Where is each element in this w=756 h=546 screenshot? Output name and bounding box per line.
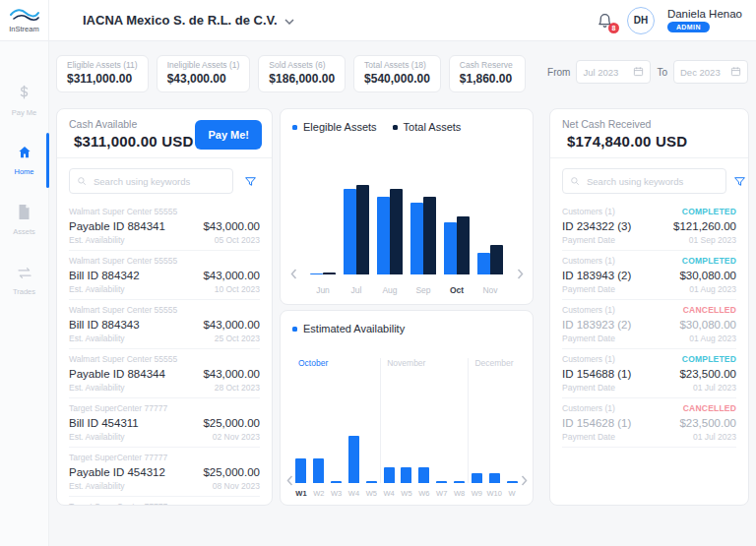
payable-id: Bill ID 884343 [69,318,140,332]
week-bar [384,467,395,483]
payables-filter-button[interactable] [240,170,260,192]
payable-row[interactable]: Target SuperCenter 77777Payable ID 45431… [69,448,260,497]
sidebar-item-trades[interactable]: Trades [0,257,48,304]
bar-total-assets [423,197,436,274]
calendar-icon [633,63,644,81]
bar-elegible-assets [444,222,457,274]
receipt-row-meta: Payment Date01 Sep 2023 [562,235,736,246]
user-block[interactable]: Daniela Henao ADMIN [667,8,742,32]
chart-prev-button[interactable] [283,473,296,487]
dollar-icon [17,84,32,104]
avatar[interactable]: DH [627,7,655,34]
pay-me-button[interactable]: Pay Me! [195,120,262,150]
sidebar-item-assets[interactable]: Assets [0,197,48,244]
bar-group-jun [306,184,340,274]
receipts-filter-button[interactable] [733,170,746,192]
x-tick-label: W2 [310,489,328,498]
week-bar [507,481,518,483]
receipt-row[interactable]: Customers (1)COMPLETEDID 183943 (2)$30,0… [562,251,736,300]
assets-chart-x-axis: JunJulAugSepOctNov [306,285,507,295]
x-tick-label: W5 [398,489,415,498]
receipt-row[interactable]: Customers (1)COMPLETEDID 154688 (1)$23,5… [562,349,736,398]
payable-row[interactable]: Walmart Super Center 55555Bill ID 884342… [69,251,260,300]
legend-dot [393,125,398,130]
week-bar [401,467,411,483]
payable-row[interactable]: Target SuperCenter 77777Bill ID 454311$2… [69,398,260,448]
receipt-row[interactable]: Customers (1)COMPLETEDID 234322 (3)$121,… [562,202,736,251]
vendor-name: Walmart Super Center 55555 [69,354,177,365]
sidebar-item-pay-me[interactable]: Pay Me [0,77,48,124]
from-label: From [547,67,570,78]
week-bar-slot [468,389,485,483]
bar-total-assets [323,273,336,274]
x-tick-label: W3 [328,489,346,498]
payable-row[interactable]: Walmart Super Center 55555Payable ID 884… [69,349,260,398]
status-badge: COMPLETED [682,354,736,365]
receipt-id: ID 154628 (1) [562,416,631,430]
payable-id: Payable ID 884344 [69,367,165,381]
bar-group [477,245,503,274]
chart-next-button[interactable] [513,267,527,280]
bar-group-aug [373,184,407,274]
week-bar [418,467,429,483]
chart-next-button[interactable] [517,473,531,487]
payable-row[interactable]: Walmart Super Center 55555Bill ID 884343… [69,300,260,349]
chart-prev-button[interactable] [286,267,300,280]
legend-label: Elegible Assets [303,121,377,133]
week-bar-slot [415,389,433,483]
header-right: 8 DH Daniela Henao ADMIN [597,7,756,34]
x-tick-label: Nov [473,285,507,295]
to-date-picker[interactable]: Dec 2023 [673,60,748,84]
payable-row-top: Walmart Super Center 55555 [69,256,260,267]
stat-label: Sold Assets (6) [269,60,335,70]
home-icon [17,145,32,163]
availability-date: 08 Nov 2023 [213,481,260,492]
payable-row-main: Payable ID 454312$25,000.00 [69,465,260,479]
app-logo[interactable]: InStream [0,0,49,41]
month-label: November [387,358,468,368]
receipt-row-top: Customers (1)CANCELLED [562,403,736,414]
payable-amount: $43,000.00 [203,367,260,381]
week-bar [436,481,447,483]
user-name: Daniela Henao [667,8,742,20]
vendor-name: Target SuperCenter 77777 [69,453,167,463]
vendor-name: Walmart Super Center 55555 [69,256,177,267]
sidebar-item-home[interactable]: Home [0,137,48,184]
receipt-row[interactable]: Customers (1)CANCELLEDID 154628 (1)$23,5… [562,398,736,448]
payable-row-main: Bill ID 454311$25,000.00 [69,416,260,430]
week-bar [366,481,377,483]
payable-row-top: Target SuperCenter 77777 [69,453,260,463]
payable-amount: $43,000.00 [203,318,260,332]
x-tick-label: W [503,489,521,498]
notifications-button[interactable]: 8 [597,12,614,30]
receipts-search-input[interactable] [585,175,719,188]
receipt-row-top: Customers (1)COMPLETED [562,256,736,267]
receipt-row-main: ID 154688 (1)$23,500.00 [562,367,736,381]
meta-label: Payment Date [562,383,615,394]
payable-id: Payable ID 454312 [69,465,165,479]
stat-value: $43,000.00 [167,72,240,86]
stat-value: $1,860.00 [460,72,515,86]
payable-id: Bill ID 454311 [69,416,139,430]
week-bar-slot [292,389,310,483]
company-selector[interactable]: IACNA Mexico S. de R.L. de C.V. [83,13,294,28]
vendor-name: Target SuperCenter 77777 [69,403,167,414]
week-bar [331,481,342,483]
notification-count-badge: 8 [608,23,619,33]
stat-value: $186,000.00 [269,72,335,86]
cash-available-header: Cash Available $311,000.00 USD Pay Me! [57,109,272,157]
payable-row[interactable]: Target SuperCenter 77777Bill ID 454313$2… [69,497,260,506]
availability-date: 28 Oct 2023 [215,383,260,394]
availability-date: 05 Oct 2023 [215,235,260,246]
top-header: InStream IACNA Mexico S. de R.L. de C.V.… [0,0,756,41]
payment-date: 01 Jul 2023 [693,383,736,394]
payable-row-meta: Est. Availability05 Oct 2023 [69,235,260,246]
from-date-picker[interactable]: Jul 2023 [576,60,651,84]
logo-label: InStream [9,25,38,33]
bar-group [377,189,403,274]
payables-search-input[interactable] [92,175,225,188]
from-date-value: Jul 2023 [583,67,618,78]
receipt-row[interactable]: Customers (1)CANCELLEDID 183923 (2)$30,0… [562,300,736,349]
receipt-amount: $23,500.00 [679,367,736,381]
payable-row[interactable]: Walmart Super Center 55555Payable ID 884… [69,202,260,251]
